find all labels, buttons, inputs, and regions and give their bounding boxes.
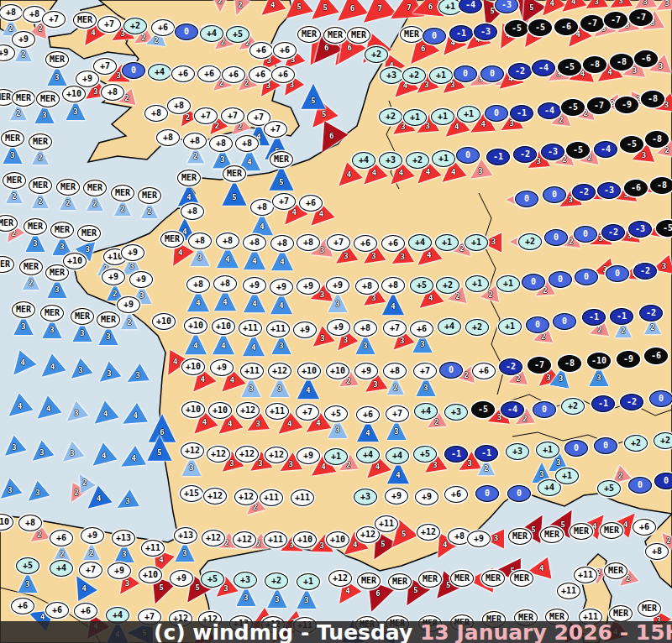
wind-force-value: 4 [46, 405, 50, 413]
wind-force-value: 3 [425, 81, 429, 89]
wind-force-value: 4 [81, 585, 86, 593]
temperature-station: +1 [403, 109, 427, 126]
temperature-station: +10 [152, 313, 176, 330]
wind-force-value: 5 [157, 448, 161, 456]
wind-force-value: 4 [322, 463, 326, 471]
wind-force-value: 3 [633, 67, 637, 75]
temperature-station: -7 [587, 97, 611, 114]
wind-force-value: 5 [232, 193, 236, 201]
wind-force-value: 3 [139, 292, 144, 300]
wind-force-value: 3 [320, 291, 324, 299]
wind-force-value: 3 [344, 337, 348, 344]
wind-force-value: 2 [154, 37, 158, 44]
temperature-station: -7 [528, 357, 551, 374]
wind-force-value: 3 [290, 81, 294, 89]
wind-force-value: 3 [374, 381, 378, 389]
temperature-station: +7 [386, 405, 409, 422]
temperature-station: +4 [414, 403, 438, 420]
sea-station-label: MER [73, 12, 97, 29]
wind-force-value: 2 [541, 333, 545, 341]
wind-force-value: 3 [189, 464, 193, 472]
temperature-station: 0 [485, 105, 508, 122]
wind-force-value: 3 [50, 327, 54, 334]
temperature-station: +1 [498, 318, 522, 335]
sea-station-label: MER [71, 308, 94, 325]
sea-station-label: MER [160, 231, 184, 248]
wind-force-value: 3 [256, 421, 260, 428]
wind-triangle-shape: 4 [386, 461, 411, 484]
temperature-station: +9 [467, 531, 491, 547]
wind-force-value: 5 [159, 584, 163, 592]
temperature-station: 0 [454, 65, 477, 82]
wind-triangle-shape: 3 [0, 478, 23, 507]
temperature-station: +11 [264, 531, 287, 548]
wind-force-value: 4 [134, 413, 138, 421]
temperature-station: +1 [435, 234, 459, 251]
wind-force-value: 2 [21, 50, 25, 58]
temperature-station: +4 [408, 234, 432, 251]
temperature-station: +7 [79, 562, 102, 578]
wind-force-value: 4 [550, 0, 554, 8]
sea-station-label: MER [138, 187, 161, 204]
sea-station-label: MER [29, 177, 52, 194]
wind-force-value: 3 [277, 385, 281, 393]
sea-station-label: MER [347, 27, 370, 44]
sea-station-label: MER [0, 256, 14, 273]
wind-force-value: 4 [92, 29, 96, 37]
wind-force-value: 3 [33, 240, 37, 248]
wind-triangle: 3 [29, 444, 50, 464]
wind-triangle: 2 [82, 543, 101, 561]
wind-force-value: 4 [451, 39, 455, 47]
wind-force-value: 4 [353, 541, 357, 549]
temperature-station: -10 [587, 353, 611, 369]
temperature-station: -8 [610, 54, 633, 71]
wind-force-value: 4 [372, 170, 376, 178]
temperature-station: -3 [628, 221, 652, 238]
temperature-station: +8 [383, 363, 407, 379]
temperature-station: +10 [184, 317, 207, 334]
wind-triangle: 3 [68, 362, 89, 382]
wind-force-value: 3 [13, 444, 17, 452]
temperature-station: +8 [181, 203, 204, 220]
temperature-station: +7 [42, 11, 66, 28]
wind-force-value: 4 [399, 170, 403, 178]
temperature-station: -2 [508, 63, 532, 80]
wind-force-value: 2 [587, 154, 591, 162]
temperature-station: 0 [526, 316, 549, 333]
temperature-station: +8 [297, 234, 320, 251]
temperature-station: +6 [410, 321, 433, 337]
temperature-station: 0 [522, 274, 545, 290]
wind-force-value: 4 [454, 123, 459, 131]
wind-force-value: 3 [556, 459, 560, 467]
temperature-station: -4 [532, 60, 555, 76]
temperature-station: +4 [200, 25, 223, 42]
wind-triangle-shape: 4 [117, 402, 149, 434]
temperature-station: -7 [580, 15, 604, 32]
wind-triangle: 4 [184, 332, 208, 354]
temperature-station: -8 [650, 177, 672, 194]
wind-force-value: 4 [18, 403, 22, 410]
temperature-station: +9 [270, 279, 293, 295]
temperature-station: +8 [144, 105, 168, 122]
wind-force-value: 5 [490, 8, 494, 15]
temperature-station: +1 [432, 150, 455, 167]
temperature-station: +11 [265, 403, 289, 420]
wind-triangle-shape: 5 [300, 84, 327, 109]
wind-force-value: 2 [147, 207, 151, 215]
wind-triangle: 3 [115, 493, 136, 513]
wind-triangle-shape: 3 [240, 377, 261, 397]
wind-force-value: 2 [667, 537, 671, 545]
wind-triangle: 5 [221, 180, 248, 206]
wind-force-value: 3 [55, 74, 59, 81]
wind-triangle-shape: 3 [65, 358, 94, 387]
temperature-station: +8 [235, 135, 259, 152]
temperature-station: +12 [207, 446, 230, 463]
temperature-station: +8 [270, 235, 294, 252]
temperature-station: +6 [381, 235, 405, 252]
wind-triangle-shape: 3 [386, 420, 407, 440]
wind-force-value: 3 [539, 471, 543, 478]
wind-triangle: 7 [360, 0, 392, 28]
wind-force-value: 3 [423, 384, 428, 392]
temperature-station: +2 [465, 319, 489, 336]
temperature-station: +8 [213, 275, 237, 292]
